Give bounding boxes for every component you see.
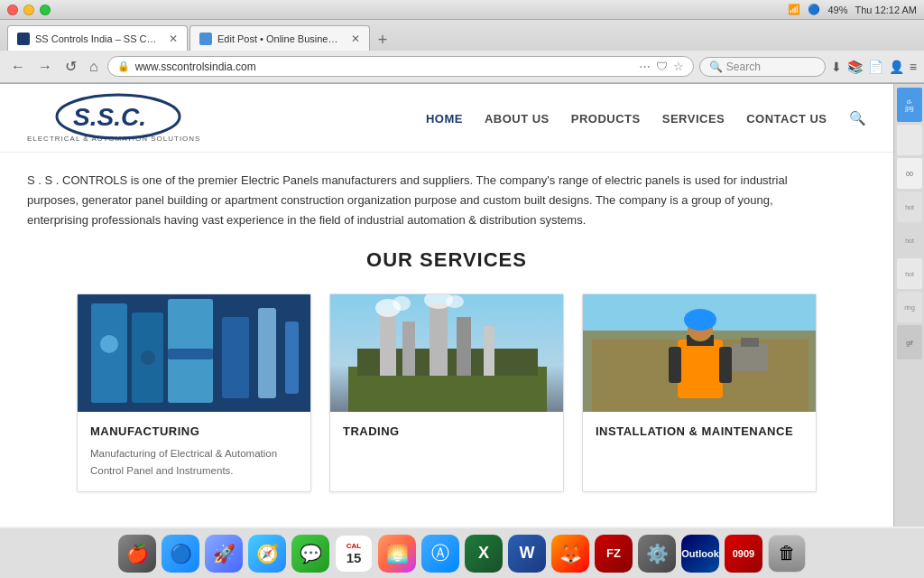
search-bar[interactable]: 🔍 Search bbox=[699, 57, 826, 77]
dock-icon-apple[interactable]: 🍎 bbox=[118, 535, 156, 573]
home-button[interactable]: ⌂ bbox=[86, 57, 102, 77]
service-img-trading bbox=[330, 294, 563, 412]
download-icon[interactable]: ⬇ bbox=[831, 60, 842, 74]
service-name-installation: INSTALLATION & MAINTENANCE bbox=[596, 424, 803, 438]
svg-rect-20 bbox=[484, 326, 494, 376]
sidebar-thumb-8[interactable]: gif bbox=[897, 325, 922, 359]
dock-icon-settings[interactable]: ⚙️ bbox=[638, 535, 676, 573]
site-nav: S.S.C. ELECTRICAL & AUTOMATION SOLUTIONS… bbox=[0, 84, 893, 153]
new-tab-button[interactable]: + bbox=[372, 29, 393, 51]
tab-label-1: SS Controls India – SS Controls Indi... bbox=[35, 33, 160, 44]
svg-point-24 bbox=[446, 295, 464, 308]
nav-products-link[interactable]: PRODUCTS bbox=[571, 112, 641, 126]
nav-search[interactable]: 🔍 bbox=[849, 110, 867, 126]
window-controls bbox=[7, 5, 51, 15]
dock-icon-word[interactable]: W bbox=[508, 535, 546, 573]
dock-icon-messages[interactable]: 💬 bbox=[291, 535, 329, 573]
service-info-installation: INSTALLATION & MAINTENANCE bbox=[583, 412, 816, 458]
svg-rect-19 bbox=[457, 317, 471, 376]
svg-rect-18 bbox=[430, 303, 448, 376]
site-logo: S.S.C. ELECTRICAL & AUTOMATION SOLUTIONS bbox=[27, 93, 200, 143]
svg-rect-7 bbox=[258, 308, 276, 398]
sidebar-thumb-3[interactable]: 00 bbox=[897, 158, 922, 189]
titlebar: 📶 🔵 49% Thu 12:12 AM bbox=[0, 0, 924, 20]
reader-icon[interactable]: 📄 bbox=[868, 60, 883, 74]
nav-home[interactable]: HOME bbox=[426, 110, 463, 126]
reload-button[interactable]: ↺ bbox=[61, 56, 80, 77]
tab-close-2[interactable]: ✕ bbox=[351, 33, 360, 45]
nav-home-link[interactable]: HOME bbox=[426, 112, 463, 126]
nav-services-link[interactable]: SERVICES bbox=[662, 112, 725, 126]
dock-icon-safari[interactable]: 🧭 bbox=[248, 535, 286, 573]
sidebar-thumb-6[interactable]: hot bbox=[897, 258, 922, 289]
svg-rect-33 bbox=[719, 347, 732, 383]
nav-contact[interactable]: CONTACT US bbox=[746, 110, 827, 126]
nav-right-icons: ⬇ 📚 📄 👤 ≡ bbox=[831, 60, 917, 74]
svg-point-9 bbox=[100, 335, 118, 353]
dock-icon-trash[interactable]: 🗑 bbox=[768, 535, 806, 573]
maximize-button[interactable] bbox=[40, 5, 51, 15]
hero-paragraph: S . S . CONTROLS is one of the premier E… bbox=[27, 171, 803, 230]
dock-icon-finder[interactable]: 🔵 bbox=[162, 535, 199, 573]
dock-icon-firefox[interactable]: 🦊 bbox=[551, 535, 589, 573]
svg-rect-32 bbox=[669, 347, 681, 383]
svg-text:S.S.C.: S.S.C. bbox=[73, 103, 146, 131]
svg-rect-34 bbox=[732, 344, 768, 371]
dock-icon-outlook[interactable]: Outlook bbox=[681, 535, 719, 573]
nav-products[interactable]: PRODUCTS bbox=[571, 110, 641, 126]
titlebar-right: 📶 🔵 49% Thu 12:12 AM bbox=[788, 4, 917, 15]
nav-search-link[interactable]: 🔍 bbox=[849, 110, 867, 126]
profile-icon[interactable]: 👤 bbox=[889, 60, 904, 74]
tab-close-1[interactable]: ✕ bbox=[169, 33, 178, 45]
hero-text: S . S . CONTROLS is one of the premier E… bbox=[0, 153, 830, 239]
nav-bar: ← → ↺ ⌂ 🔒 www.sscontrolsindia.com ⋯ 🛡 ☆ … bbox=[0, 51, 924, 83]
search-icon: 🔍 bbox=[709, 61, 723, 73]
forward-button[interactable]: → bbox=[34, 57, 56, 77]
svg-rect-6 bbox=[222, 317, 249, 398]
dock-icon-calendar[interactable]: CAL 15 bbox=[335, 535, 373, 573]
dock-icon-filezilla[interactable]: FZ bbox=[595, 535, 633, 573]
sidebar-thumb-4[interactable]: hot bbox=[897, 191, 922, 222]
svg-point-22 bbox=[393, 296, 411, 311]
tab-1[interactable]: SS Controls India – SS Controls Indi... … bbox=[7, 25, 188, 51]
sidebar-thumb-2[interactable] bbox=[897, 125, 922, 155]
service-desc-manufacturing: Manufacturing of Electrical & Automation… bbox=[90, 445, 298, 479]
svg-rect-8 bbox=[285, 322, 299, 394]
tab-2[interactable]: Edit Post • Online Business Tips an... ✕ bbox=[189, 25, 370, 51]
url-bar[interactable]: 🔒 www.sscontrolsindia.com ⋯ 🛡 ☆ bbox=[107, 56, 694, 77]
dock-icon-launchpad[interactable]: 🚀 bbox=[205, 535, 243, 573]
minimize-button[interactable] bbox=[23, 5, 34, 15]
bookmarks-icon[interactable]: 📚 bbox=[847, 60, 863, 74]
url-text: www.sscontrolsindia.com bbox=[135, 61, 633, 73]
bluetooth-icon: 🔵 bbox=[808, 4, 820, 15]
nav-about-link[interactable]: ABOUT US bbox=[485, 112, 550, 126]
time-label: Thu 12:12 AM bbox=[855, 5, 918, 15]
service-card-manufacturing: MANUFACTURING Manufacturing of Electrica… bbox=[77, 294, 311, 492]
dock-badge-outlook: 0909 bbox=[725, 535, 762, 573]
sidebar-thumb-1[interactable]: d-jpg bbox=[897, 88, 922, 122]
star-icon[interactable]: ☆ bbox=[673, 60, 684, 73]
nav-about[interactable]: ABOUT US bbox=[485, 110, 550, 126]
website: S.S.C. ELECTRICAL & AUTOMATION SOLUTIONS… bbox=[0, 84, 893, 527]
svg-rect-17 bbox=[402, 322, 415, 376]
svg-rect-16 bbox=[380, 312, 396, 376]
dock-icon-appstore[interactable]: Ⓐ bbox=[421, 535, 459, 573]
back-button[interactable]: ← bbox=[7, 57, 29, 77]
service-card-trading: TRADING bbox=[329, 294, 564, 492]
dock-calendar-date: 15 bbox=[346, 550, 362, 565]
menu-icon[interactable]: ≡ bbox=[910, 60, 917, 74]
bookmark-icon[interactable]: ⋯ bbox=[639, 60, 651, 73]
nav-contact-link[interactable]: CONTACT US bbox=[746, 112, 827, 126]
main-wrapper: 📶 🔵 49% Thu 12:12 AM SS Controls India –… bbox=[0, 0, 924, 578]
mac-dock: 🍎 🔵 🚀 🧭 💬 CAL 15 🌅 Ⓐ X W 🦊 FZ ⚙️ Outlook… bbox=[0, 527, 924, 578]
logo-image: S.S.C. bbox=[55, 93, 172, 138]
sidebar-thumb-5[interactable]: hot bbox=[897, 225, 922, 256]
services-title: OUR SERVICES bbox=[27, 248, 866, 272]
browser-main: S.S.C. ELECTRICAL & AUTOMATION SOLUTIONS… bbox=[0, 84, 893, 527]
dock-icon-photos[interactable]: 🌅 bbox=[378, 535, 416, 573]
nav-services[interactable]: SERVICES bbox=[662, 110, 725, 126]
url-bar-icons: ⋯ 🛡 ☆ bbox=[639, 60, 684, 73]
sidebar-thumb-7[interactable]: ring bbox=[897, 292, 922, 322]
dock-icon-excel[interactable]: X bbox=[465, 535, 503, 573]
close-button[interactable] bbox=[7, 5, 18, 15]
